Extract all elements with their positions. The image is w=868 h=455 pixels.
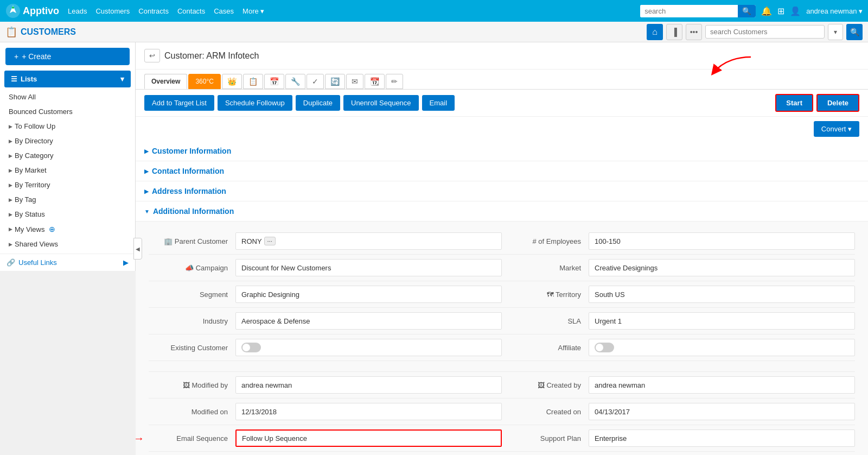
industry-value: Aerospace & Defense bbox=[235, 312, 502, 330]
grid-icon[interactable]: ⊞ bbox=[777, 6, 784, 16]
form-row-market: Market Creative Designings bbox=[502, 255, 855, 281]
user-menu[interactable]: andrea newman ▾ bbox=[806, 7, 863, 15]
tab-overview[interactable]: Overview bbox=[144, 74, 187, 89]
nav-cases[interactable]: Cases bbox=[214, 7, 234, 15]
rony-dots-button[interactable]: ··· bbox=[264, 237, 276, 245]
home-button[interactable]: ⌂ bbox=[647, 24, 663, 40]
sidebar-item-by-territory[interactable]: By Territory bbox=[0, 178, 135, 192]
logo: Apptivo bbox=[5, 3, 59, 18]
customer-info-section-header[interactable]: Customer Information bbox=[136, 141, 868, 161]
sidebar-item-follow-up[interactable]: To Follow Up bbox=[0, 119, 135, 134]
main-layout: + + Create ☰ Lists ▾ Show All Bounced Cu… bbox=[0, 42, 868, 455]
search-customers-dropdown[interactable]: ▾ bbox=[828, 24, 843, 40]
tab-check[interactable]: ✓ bbox=[307, 74, 324, 89]
segment-label: Segment bbox=[149, 290, 235, 299]
form-row-created-by: 🖼 Created by andrea newman bbox=[502, 372, 855, 399]
tab-email[interactable]: ✉ bbox=[346, 74, 363, 89]
tab-edit[interactable]: ✏ bbox=[386, 74, 403, 89]
tab-wrench[interactable]: 🔧 bbox=[285, 74, 305, 89]
tabs-row: Overview 360°C 👑 📋 📅 🔧 ✓ 🔄 ✉ 📆 ✏ bbox=[136, 69, 868, 90]
chart-button[interactable]: ▐ bbox=[666, 24, 682, 40]
search-customers-button[interactable]: 🔍 bbox=[846, 24, 863, 40]
nav-customers[interactable]: Customers bbox=[95, 7, 130, 15]
form-row-num-employees: # of Employees 100-150 bbox=[502, 228, 855, 255]
address-info-section-header[interactable]: Address Information bbox=[136, 181, 868, 201]
affiliate-value bbox=[589, 339, 855, 356]
lists-icon: ☰ bbox=[11, 75, 17, 83]
modified-by-icon: 🖼 bbox=[183, 381, 190, 389]
nav-more[interactable]: More ▾ bbox=[242, 7, 264, 15]
delete-button[interactable]: Delete bbox=[816, 94, 859, 112]
sidebar-item-by-status[interactable]: By Status bbox=[0, 207, 135, 222]
form-row-created-on: Created on 04/13/2017 bbox=[502, 399, 855, 425]
contact-info-section-header[interactable]: Contact Information bbox=[136, 161, 868, 181]
back-button[interactable]: ↩ bbox=[144, 49, 160, 62]
module-title: 📋 CUSTOMERS bbox=[5, 26, 76, 38]
apptivo-logo-icon bbox=[5, 3, 21, 18]
lists-header[interactable]: ☰ Lists ▾ bbox=[4, 71, 131, 87]
tab-360[interactable]: 360°C bbox=[188, 74, 221, 89]
tab-calendar[interactable]: 📅 bbox=[264, 74, 284, 89]
sidebar-item-bounced[interactable]: Bounced Customers bbox=[0, 104, 135, 119]
affiliate-label: Affiliate bbox=[502, 344, 589, 352]
action-row: Add to Target List Schedule Followup Dup… bbox=[136, 90, 868, 117]
sidebar-item-my-views[interactable]: ▶ My Views ⊕ bbox=[0, 222, 135, 237]
sidebar-item-by-market[interactable]: By Market bbox=[0, 163, 135, 178]
parent-customer-label: 🏢 Parent Customer bbox=[149, 237, 235, 245]
form-row-empty-1 bbox=[149, 361, 502, 372]
sidebar-collapse-button[interactable]: ◀ bbox=[133, 238, 142, 260]
territory-label: 🗺 Territory bbox=[502, 290, 589, 299]
nav-contacts[interactable]: Contacts bbox=[177, 7, 205, 15]
tab-crown[interactable]: 👑 bbox=[222, 74, 242, 89]
tab-date[interactable]: 📆 bbox=[365, 74, 385, 89]
unenroll-sequence-button[interactable]: Unenroll Sequence bbox=[343, 95, 419, 111]
form-row-support-plan: Support Plan Enterprise bbox=[502, 425, 855, 452]
form-row-modified-by: 🖼 Modified by andrea newman bbox=[149, 372, 502, 399]
duplicate-button[interactable]: Duplicate bbox=[296, 95, 340, 111]
convert-button[interactable]: Convert ▾ bbox=[814, 121, 859, 137]
sidebar-item-shared-views[interactable]: Shared Views bbox=[0, 237, 135, 251]
existing-customer-toggle[interactable] bbox=[241, 343, 261, 352]
annotation-arrow bbox=[707, 54, 762, 76]
notifications-icon[interactable]: 🔔 bbox=[761, 6, 772, 16]
form-row-territory: 🗺 Territory South US bbox=[502, 281, 855, 308]
existing-customer-value bbox=[235, 339, 502, 356]
form-row-parent-customer: 🏢 Parent Customer RONY ··· bbox=[149, 228, 502, 255]
affiliate-toggle[interactable] bbox=[595, 343, 614, 352]
nav-leads[interactable]: Leads bbox=[68, 7, 87, 15]
campaign-value: Discount for New Customers bbox=[235, 259, 502, 276]
content-area: ↩ Customer: ARM Infotech Overview 360°C … bbox=[136, 42, 868, 455]
additional-info-form: 🏢 Parent Customer RONY ··· 📣 bbox=[136, 222, 868, 455]
parent-customer-value: RONY ··· bbox=[235, 232, 502, 250]
nav-contracts[interactable]: Contracts bbox=[138, 7, 169, 15]
form-row-segment: Segment Graphic Designing bbox=[149, 281, 502, 308]
rony-tag: RONY ··· bbox=[241, 237, 276, 245]
schedule-followup-button[interactable]: Schedule Followup bbox=[218, 95, 292, 111]
num-employees-label: # of Employees bbox=[502, 237, 589, 245]
create-button[interactable]: + + Create bbox=[5, 48, 130, 65]
dots-button[interactable]: ••• bbox=[686, 24, 702, 40]
additional-info-section-header[interactable]: Additional Information bbox=[136, 201, 868, 222]
sidebar-item-by-directory[interactable]: By Directory bbox=[0, 134, 135, 148]
email-button[interactable]: Email bbox=[422, 95, 455, 111]
email-sequence-label: Email Sequence bbox=[149, 434, 235, 443]
modified-on-label: Modified on bbox=[149, 408, 235, 416]
top-search-input[interactable] bbox=[640, 5, 738, 17]
tab-sync[interactable]: 🔄 bbox=[325, 74, 345, 89]
user-settings-icon[interactable]: 👤 bbox=[790, 6, 801, 16]
sidebar-item-by-category[interactable]: By Category bbox=[0, 148, 135, 163]
sidebar-item-useful-links[interactable]: 🔗 Useful Links ▶ bbox=[0, 254, 135, 271]
num-employees-value: 100-150 bbox=[589, 232, 855, 250]
search-customers-input[interactable] bbox=[705, 25, 825, 39]
modified-by-value: andrea newman bbox=[235, 376, 502, 394]
add-to-target-list-button[interactable]: Add to Target List bbox=[144, 95, 214, 111]
toggle-knob bbox=[242, 344, 250, 351]
top-search-button[interactable]: 🔍 bbox=[738, 5, 756, 17]
sidebar-item-by-tag[interactable]: By Tag bbox=[0, 192, 135, 207]
tab-clipboard[interactable]: 📋 bbox=[243, 74, 263, 89]
useful-links-icon: 🔗 bbox=[7, 258, 15, 267]
sidebar-item-show-all[interactable]: Show All bbox=[0, 90, 135, 104]
email-sequence-value: Follow Up Sequence bbox=[235, 429, 502, 447]
my-views-add-icon[interactable]: ⊕ bbox=[49, 225, 55, 233]
start-button[interactable]: Start bbox=[775, 94, 813, 112]
